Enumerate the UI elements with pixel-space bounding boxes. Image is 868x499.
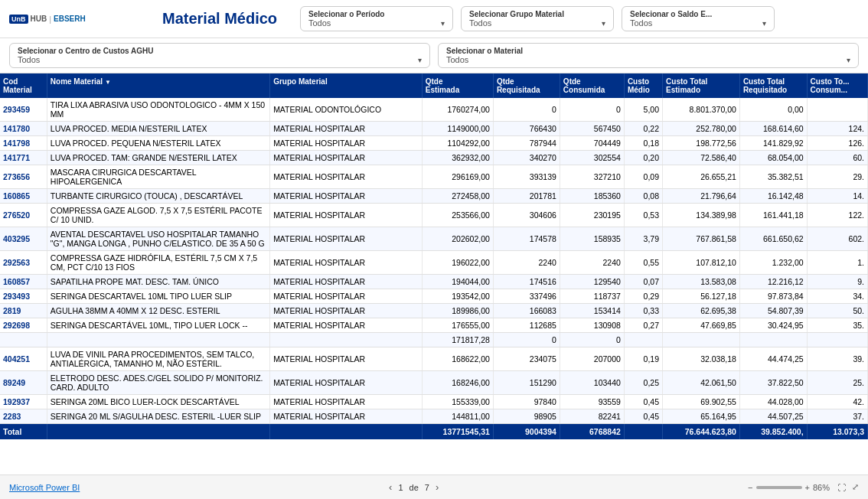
table-cell: MATERIAL HOSPITALAR (270, 227, 423, 251)
table-cell: 122. (807, 204, 867, 227)
table-cell: 0 (493, 98, 560, 122)
table-cell: 16.142,48 (739, 189, 807, 204)
table-cell: 93559 (560, 395, 624, 409)
table-cell: 82241 (560, 409, 624, 424)
col-nome[interactable]: Nome Material ▼ (47, 73, 269, 98)
table-cell: MATERIAL HOSPITALAR (270, 165, 423, 189)
table-cell: AGULHA 38MM A 40MM X 12 DESC. ESTERIL (47, 304, 269, 318)
table-cell: 176555,00 (422, 318, 493, 333)
grupo-value: Todos ▾ (469, 18, 605, 28)
table-container[interactable]: CodMaterial Nome Material ▼ Grupo Materi… (0, 73, 868, 475)
table-cell: 107.812,10 (663, 251, 740, 275)
table-cell: 56.127,18 (663, 289, 740, 304)
table-cell: 124. (807, 122, 867, 136)
filter-row2: Selecionar o Centro de Custos AGHU Todos… (0, 38, 868, 73)
table-cell: 292563 (0, 251, 47, 275)
table-cell: 0,22 (624, 122, 662, 136)
table-cell: 141798 (0, 136, 47, 151)
table-cell: 151290 (493, 371, 560, 395)
table-cell: 787944 (493, 136, 560, 151)
periodo-chevron-icon: ▾ (441, 19, 445, 28)
centro-value: Todos ▾ (18, 55, 422, 64)
zoom-minus-button[interactable]: − (748, 483, 752, 492)
centro-chevron-icon: ▾ (418, 56, 422, 64)
col-custo-cons: Custo To...Consum... (807, 73, 867, 98)
fullscreen-icon[interactable]: ⛶ (837, 483, 846, 492)
table-cell: 30.424,95 (739, 318, 807, 333)
table-cell: TIRA LIXA ABRASIVA USO ODONTOLOGICO - 4M… (47, 98, 269, 122)
page-current: 1 (398, 483, 403, 492)
table-cell: 25. (807, 371, 867, 395)
table-cell: 171817,28 (422, 333, 493, 347)
grupo-filter[interactable]: Selecionar Grupo Material Todos ▾ (461, 6, 614, 31)
table-cell: 35. (807, 318, 867, 333)
material-filter[interactable]: Selecionar o Material Todos ▾ (438, 43, 859, 68)
table-cell: 0,00 (739, 98, 807, 122)
zoom-value: 86% (813, 483, 830, 492)
total-cell: 39.852.400, (739, 424, 807, 440)
table-cell: 393139 (493, 165, 560, 189)
table-cell (807, 333, 867, 347)
table-cell: 129540 (560, 275, 624, 289)
table-row: 2819AGULHA 38MM A 40MM X 12 DESC. ESTERI… (0, 304, 868, 318)
material-value: Todos ▾ (446, 55, 850, 64)
page-sep: de (410, 483, 419, 492)
table-cell (47, 333, 269, 347)
table-row: 141771LUVA PROCED. TAM: GRANDE N/ESTERIL… (0, 151, 868, 165)
expand-icon[interactable]: ⤢ (852, 482, 859, 492)
table-cell: 362932,00 (422, 151, 493, 165)
table-cell: 44.507,25 (739, 409, 807, 424)
table-cell: MATERIAL HOSPITALAR (270, 189, 423, 204)
table-row: 403295AVENTAL DESCARTAVEL USO HOSPITALAR… (0, 227, 868, 251)
table-cell: LUVA PROCED. TAM: GRANDE N/ESTERIL LATEX (47, 151, 269, 165)
table-row: 171817,2800 (0, 333, 868, 347)
table-cell: 134.389,98 (663, 204, 740, 227)
zoom-plus-button[interactable]: + (805, 483, 810, 492)
periodo-filter[interactable]: Selecionar o Período Todos ▾ (300, 6, 453, 31)
table-cell: 97840 (493, 395, 560, 409)
filter-dropdowns-row1: Selecionar o Período Todos ▾ Selecionar … (300, 6, 859, 31)
table-cell: 1760274,00 (422, 98, 493, 122)
table-row: 89249ELETRODO DESC. ADES.C/GEL SOLIDO P/… (0, 371, 868, 395)
saldo-filter[interactable]: Selecionar o Saldo E... Todos ▾ (622, 6, 775, 31)
table-cell: 44.474,25 (739, 347, 807, 371)
table-cell: 35.382,51 (739, 165, 807, 189)
table-cell: 296169,00 (422, 165, 493, 189)
table-cell: 304606 (493, 204, 560, 227)
table-cell: 141780 (0, 122, 47, 136)
table-cell: 47.669,85 (663, 318, 740, 333)
zoom-slider[interactable] (756, 486, 802, 489)
table-cell: 174516 (493, 275, 560, 289)
table-cell: 0,07 (624, 275, 662, 289)
table-cell: 141771 (0, 151, 47, 165)
table-cell: 174578 (493, 227, 560, 251)
table-cell: 14. (807, 189, 867, 204)
table-row: 160865TURBANTE CIRURGICO (TOUCA) , DESCA… (0, 189, 868, 204)
table-cell: SERINGA 20ML BICO LUER-LOCK DESCARTÁVEL (47, 395, 269, 409)
table-cell: 3,79 (624, 227, 662, 251)
col-qtde-est: QtdeEstimada (422, 73, 493, 98)
table-cell: 1.232,00 (739, 251, 807, 275)
table-cell (270, 333, 423, 347)
table-cell: MATERIAL HOSPITALAR (270, 251, 423, 275)
table-body: 293459TIRA LIXA ABRASIVA USO ODONTOLOGIC… (0, 98, 868, 424)
next-page-button[interactable]: › (436, 481, 439, 493)
table-row: 192937SERINGA 20ML BICO LUER-LOCK DESCAR… (0, 395, 868, 409)
table-cell: 72.586,40 (663, 151, 740, 165)
unb-logo: UnB (9, 15, 28, 24)
table-cell: 37.822,50 (739, 371, 807, 395)
prev-page-button[interactable]: ‹ (389, 481, 392, 493)
table-cell: 161.441,18 (739, 204, 807, 227)
table-cell: 168.614,60 (739, 122, 807, 136)
table-cell: MATERIAL HOSPITALAR (270, 122, 423, 136)
powerbi-link[interactable]: Microsoft Power BI (9, 483, 80, 492)
table-cell: 65.164,95 (663, 409, 740, 424)
centro-filter[interactable]: Selecionar o Centro de Custos AGHU Todos… (9, 43, 430, 68)
total-cell: 9004394 (493, 424, 560, 440)
table-cell: 185360 (560, 189, 624, 204)
table-cell: MATERIAL HOSPITALAR (270, 347, 423, 371)
col-custo-est: Custo TotalEstimado (663, 73, 740, 98)
table-cell: 403295 (0, 227, 47, 251)
grupo-label: Selecionar Grupo Material (469, 10, 605, 18)
table-cell: MATERIAL HOSPITALAR (270, 204, 423, 227)
